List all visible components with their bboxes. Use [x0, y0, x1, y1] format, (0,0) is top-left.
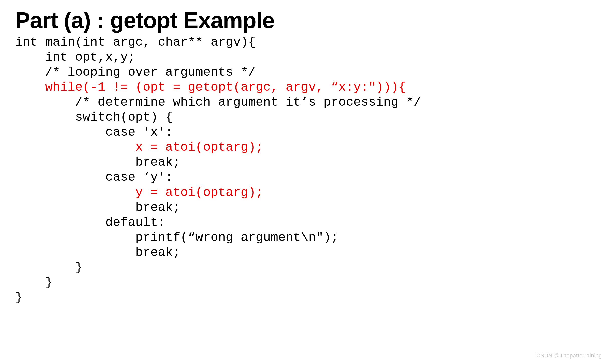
code-line: case 'x':: [15, 125, 173, 139]
code-line-highlight: y = atoi(optarg);: [15, 185, 263, 200]
code-block: int main(int argc, char** argv){ int opt…: [15, 35, 607, 305]
code-line: break;: [15, 245, 180, 260]
watermark: CSDN @Thepatterraining: [536, 352, 602, 359]
code-line: }: [15, 275, 53, 290]
code-line-highlight: x = atoi(optarg);: [15, 140, 263, 154]
code-line: /* determine which argument it’s process…: [15, 95, 421, 109]
code-line: break;: [15, 155, 180, 169]
code-line: /* looping over arguments */: [15, 65, 256, 79]
code-line-highlight: while(-1 != (opt = getopt(argc, argv, “x…: [15, 80, 406, 94]
code-line: case ‘y':: [15, 170, 173, 185]
slide: Part (a) : getopt Example int main(int a…: [0, 0, 607, 305]
code-line: printf(“wrong argument\n");: [15, 230, 338, 245]
code-line: int main(int argc, char** argv){: [15, 35, 256, 49]
code-line: }: [15, 260, 83, 275]
code-line: switch(opt) {: [15, 110, 173, 124]
code-line: }: [15, 290, 23, 305]
code-line: default:: [15, 215, 165, 230]
code-line: int opt,x,y;: [15, 50, 135, 64]
slide-title: Part (a) : getopt Example: [15, 8, 607, 33]
code-line: break;: [15, 200, 180, 215]
